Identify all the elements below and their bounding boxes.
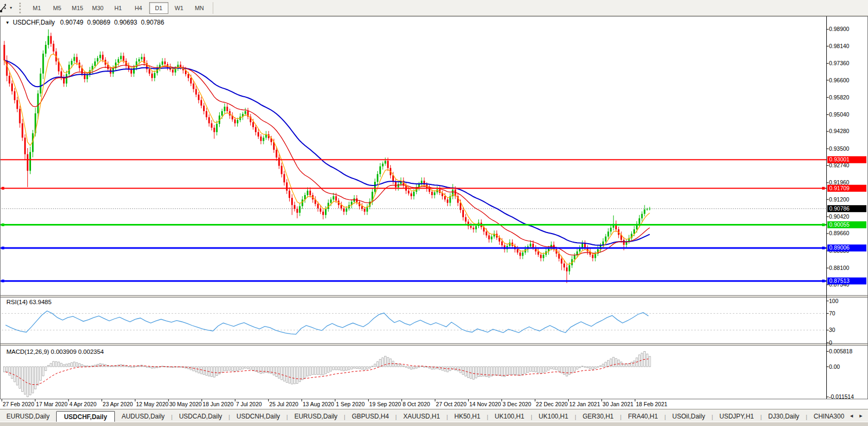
chart-tab-ger30-h1[interactable]: GER30,H1 [576,411,620,422]
hline-left-handle [2,246,4,249]
crosshair-cursor-icon [0,3,7,13]
svg-text:0.90055: 0.90055 [830,221,850,228]
chart-symbol: USDCHF,Daily [13,19,55,26]
chart-tab-usdchf-daily[interactable]: USDCHF,Daily [56,411,115,422]
date-tick-label: 12 Jan 2021 [569,401,600,407]
date-tick-label: 14 Nov 2020 [469,401,501,407]
price-tick-label: 0.97360 [829,60,849,66]
price-badge-0.87513: 0.87513 [827,277,866,284]
chart-tab-audusd-daily[interactable]: AUDUSD,Daily [115,411,171,422]
hline-right-handle [822,280,825,282]
chart-tab-usdcnh-daily[interactable]: USDCNH,Daily [230,411,286,422]
rsi-tick-label: 70 [829,310,835,316]
timeframe-button-d1[interactable]: D1 [149,2,168,14]
crosshair-tool-button[interactable]: ▼ [0,2,14,14]
tab-scroll-right-icon[interactable]: ► [858,413,863,419]
date-tick-label: 27 Feb 2020 [3,401,34,407]
chart-tab-bar: EURUSD,DailyUSDCHF,DailyAUDUSD,Daily|USD… [0,409,868,422]
rsi-label: RSI(14) 63.9485 [6,299,51,305]
price-tick-label: 0.88100 [829,265,849,271]
chart-tab-gbpusd-h4[interactable]: GBPUSD,H4 [345,411,395,422]
pane-separator[interactable] [0,295,868,298]
price-badge-0.93001: 0.93001 [827,156,866,163]
hline-left-handle [2,280,4,282]
svg-text:0.87513: 0.87513 [830,277,850,284]
svg-text:0.93001: 0.93001 [830,156,850,162]
timeframe-button-h1[interactable]: H1 [108,2,128,14]
timeframe-button-m15[interactable]: M15 [68,2,87,14]
timeframe-button-h4[interactable]: H4 [129,2,148,14]
toolbar-separator [213,2,213,14]
price-tick-label: 0.95040 [829,111,849,118]
dropdown-arrow-icon: ▼ [9,6,13,10]
chart-tab-eurusd-daily[interactable]: EURUSD,Daily [288,411,344,422]
date-tick-label: 8 Oct 2020 [402,401,430,407]
date-tick-label: 25 Jul 2020 [269,401,298,407]
date-tick-label: 13 Aug 2020 [303,401,334,407]
toolbar: ▼ M1M5M15M30H1H4D1W1MN [0,0,868,16]
price-tick-label: 0.93500 [829,145,849,152]
macd-tick-label: 0.00 [829,363,840,370]
price-badge-0.91709: 0.91709 [827,185,866,192]
date-tick-label: 27 Oct 2020 [436,401,467,407]
toolbar-grip[interactable] [19,3,22,13]
price-tick-label: 0.98140 [829,43,849,49]
timeframe-button-m1[interactable]: M1 [27,2,46,14]
rsi-tick-label: 30 [829,327,835,333]
hline-left-handle [2,223,4,226]
timeframe-button-m30[interactable]: M30 [88,2,107,14]
date-tick-label: 23 Apr 2020 [103,401,133,407]
chart-title: ▼USDCHF,Daily0.907490.908690.906930.9078… [5,19,168,26]
date-tick-label: 17 Mar 2020 [36,401,67,407]
chart-tab-fra40-h1[interactable]: FRA40,H1 [622,411,664,422]
svg-text:0.90786: 0.90786 [830,205,850,212]
chart-window: 0.989000.981400.973600.966000.958200.950… [0,16,868,409]
chart-tab-usdjpy-h1[interactable]: USDJPY,H1 [713,411,760,422]
date-tick-label: 3 Dec 2020 [502,401,531,407]
price-badge-0.90055: 0.90055 [827,221,866,228]
tab-scroll-left-icon[interactable]: ◄ [849,413,854,419]
quote-high: 0.90869 [87,19,110,26]
timeframe-button-m5[interactable]: M5 [48,2,67,14]
svg-text:0.89006: 0.89006 [830,244,850,251]
chart-tab-hk50-h1[interactable]: HK50,H1 [448,411,487,422]
svg-text:0.91709: 0.91709 [830,185,850,191]
timeframe-button-mn[interactable]: MN [190,2,209,14]
pane-separator[interactable] [0,343,868,346]
price-tick-label: 0.91200 [829,196,849,203]
chart-tab-eurusd-daily[interactable]: EURUSD,Daily [0,411,56,422]
date-tick-label: 4 Apr 2020 [69,401,97,407]
hline-right-handle [822,223,825,226]
date-tick-label: 7 Jul 2020 [236,401,262,407]
chart-tab-usdcad-daily[interactable]: USDCAD,Daily [173,411,229,422]
hline-left-handle [2,187,4,190]
chart-tab-uk100-h1[interactable]: UK100,H1 [532,411,575,422]
price-tick-label: 0.89660 [829,230,849,236]
price-tick-label: 0.90420 [829,213,849,220]
quote-open: 0.90749 [60,19,83,26]
price-tick-label: 0.94280 [829,128,849,134]
chart-tab-uk100-h1[interactable]: UK100,H1 [489,411,531,422]
chart-canvas[interactable]: 0.989000.981400.973600.966000.958200.950… [0,16,868,409]
macd-tick-label: 0.005818 [829,348,852,354]
date-tick-label: 30 May 2020 [169,401,202,407]
macd-label: MACD(12,26,9) 0.003909 0.002354 [6,348,104,355]
timeframe-button-w1[interactable]: W1 [169,2,189,14]
tab-scroll-buttons: ◄ ► [844,409,868,422]
collapse-icon[interactable]: ▼ [5,20,10,25]
hline-right-handle [822,246,825,249]
price-tick-label: 0.96600 [829,77,849,83]
date-tick-label: 19 Sep 2020 [369,401,401,407]
chart-tab-xauusd-h1[interactable]: XAUUSD,H1 [397,411,446,422]
date-tick-label: 18 Jun 2020 [203,401,234,407]
chart-tab-dj30-daily[interactable]: DJ30,Daily [762,411,805,422]
date-tick-label: 12 May 2020 [136,401,168,407]
date-tick-label: 18 Feb 2021 [636,401,668,407]
chart-tab-usoil-daily[interactable]: USOil,Daily [666,411,711,422]
hline-right-handle [822,187,825,190]
date-tick-label: 1 Sep 2020 [336,401,365,407]
current-price-badge: 0.90786 [827,205,866,212]
rsi-tick-label: 0 [829,339,832,346]
macd-tick-label: -0.011514 [829,393,854,400]
rsi-tick-label: 100 [829,298,839,304]
